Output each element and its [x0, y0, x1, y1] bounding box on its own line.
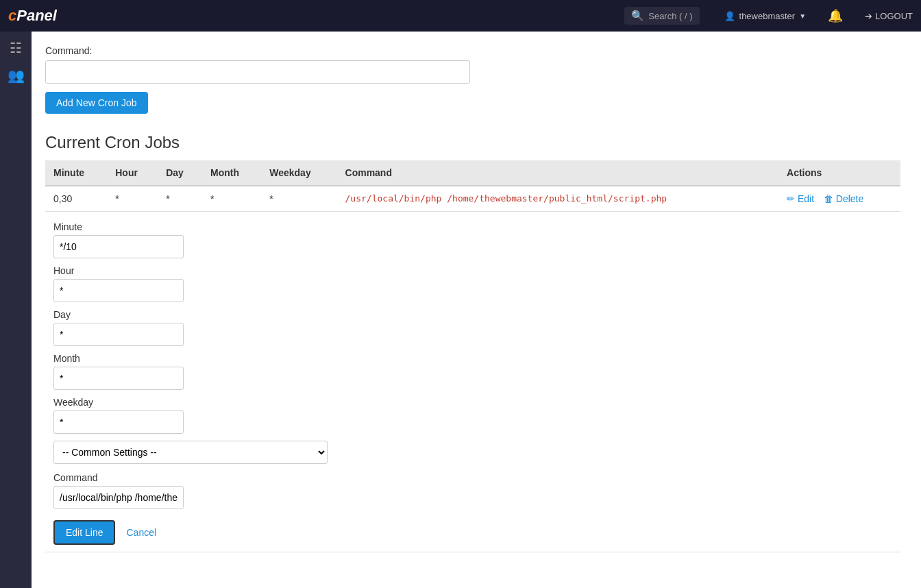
search-box[interactable]: 🔍 Search ( / ) — [624, 7, 699, 25]
edit-form-cell: Minute Hour Day — [45, 212, 900, 552]
day-input[interactable] — [53, 323, 184, 346]
notifications-bell-icon[interactable]: 🔔 — [828, 8, 843, 23]
logout-icon: ➔ — [865, 11, 872, 21]
logout-button[interactable]: ➔ LOGOUT — [865, 11, 913, 21]
col-day: Day — [158, 160, 202, 186]
user-dropdown-caret[interactable]: ▼ — [799, 12, 806, 20]
delete-action-link[interactable]: 🗑 Delete — [824, 193, 863, 204]
sidebar-users-icon[interactable]: 👥 — [8, 67, 25, 84]
row-actions: ✏ Edit 🗑 Delete — [778, 186, 900, 212]
command-label: Command — [53, 472, 892, 483]
cron-jobs-title: Current Cron Jobs — [45, 133, 900, 152]
top-command-input[interactable] — [45, 60, 470, 84]
pencil-icon: ✏ — [787, 193, 795, 204]
trash-icon: 🗑 — [824, 193, 833, 204]
month-field-group: Month — [53, 353, 892, 390]
month-label: Month — [53, 353, 892, 364]
main-content: Command: Add New Cron Job Current Cron J… — [32, 32, 921, 588]
day-label: Day — [53, 309, 892, 320]
command-field-group: Command — [53, 472, 892, 509]
hour-input[interactable] — [53, 279, 184, 302]
search-label: Search ( / ) — [648, 11, 692, 21]
edit-cron-form: Minute Hour Day — [53, 221, 892, 545]
top-command-label: Command: — [45, 45, 900, 56]
hour-label: Hour — [53, 265, 892, 276]
edit-form-actions: Edit Line Cancel — [53, 520, 892, 545]
col-weekday: Weekday — [261, 160, 336, 186]
col-command: Command — [337, 160, 779, 186]
weekday-label: Weekday — [53, 397, 892, 408]
brand-logo: cPanel — [8, 7, 57, 25]
search-icon: 🔍 — [631, 10, 644, 22]
edit-form-row: Minute Hour Day — [45, 212, 900, 552]
command-input[interactable] — [53, 486, 184, 509]
minute-input[interactable] — [53, 235, 184, 258]
col-actions: Actions — [778, 160, 900, 186]
top-navigation: cPanel 🔍 Search ( / ) 👤 thewebmaster ▼ 🔔… — [0, 0, 921, 32]
col-minute: Minute — [45, 160, 107, 186]
add-cron-section: Command: Add New Cron Job — [45, 45, 900, 114]
hour-field-group: Hour — [53, 265, 892, 302]
minute-field-group: Minute — [53, 221, 892, 258]
sidebar: ☷ 👥 — [0, 32, 32, 588]
row-day: * — [158, 186, 202, 212]
col-month: Month — [202, 160, 261, 186]
table-row: 0,30 * * * * /usr/local/bin/php /home/th… — [45, 186, 900, 212]
user-icon: 👤 — [724, 11, 735, 21]
edit-line-button[interactable]: Edit Line — [53, 520, 115, 545]
user-section: 👤 thewebmaster ▼ — [724, 11, 807, 21]
weekday-input[interactable] — [53, 411, 184, 434]
sidebar-grid-icon[interactable]: ☷ — [10, 40, 22, 56]
row-weekday: * — [261, 186, 336, 212]
cron-jobs-table: Minute Hour Day Month Weekday Command Ac… — [45, 160, 900, 552]
add-cron-job-button[interactable]: Add New Cron Job — [45, 92, 148, 114]
row-month: * — [202, 186, 261, 212]
day-field-group: Day — [53, 309, 892, 346]
row-hour: * — [107, 186, 158, 212]
weekday-field-group: Weekday — [53, 397, 892, 434]
row-minute: 0,30 — [45, 186, 107, 212]
table-header-row: Minute Hour Day Month Weekday Command Ac… — [45, 160, 900, 186]
common-settings-select[interactable]: -- Common Settings -- Once Per Minute (*… — [53, 441, 328, 464]
cancel-button[interactable]: Cancel — [126, 527, 156, 538]
month-input[interactable] — [53, 367, 184, 390]
minute-label: Minute — [53, 221, 892, 232]
edit-action-link[interactable]: ✏ Edit — [787, 193, 817, 204]
username-label: thewebmaster — [739, 11, 796, 21]
col-hour: Hour — [107, 160, 158, 186]
row-command: /usr/local/bin/php /home/thewebmaster/pu… — [337, 186, 779, 212]
